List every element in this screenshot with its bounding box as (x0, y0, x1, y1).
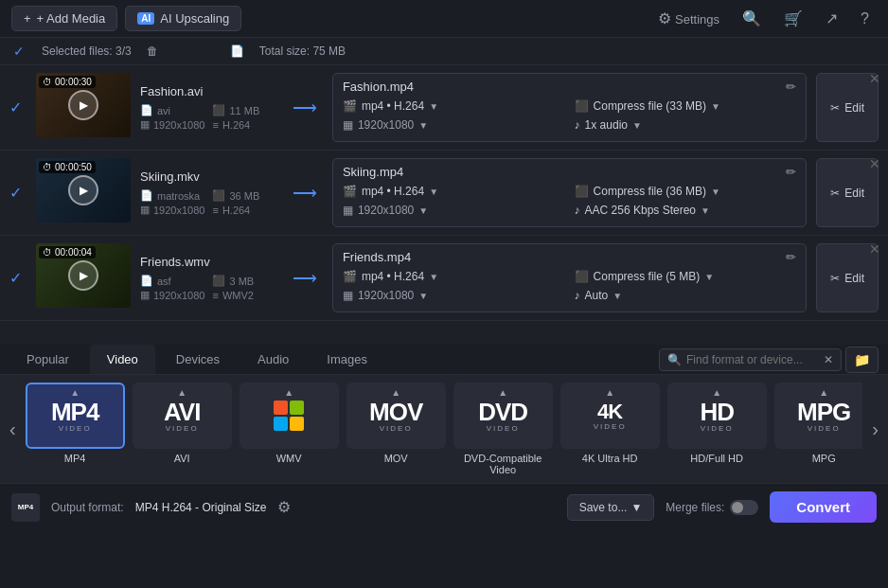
format-item-mpg[interactable]: ▲ MPG VIDEO MPG (774, 383, 863, 475)
ai-upscaling-label: AI Upscaling (160, 11, 229, 26)
format-item-mov[interactable]: ▲ MOV VIDEO MOV (346, 383, 446, 475)
file-item: ✕ ✓ ⏱ 00:00:04 ▶ Friends.wmv 📄asf ⬛3 MB … (0, 236, 888, 321)
up-arrow-0: ▲ (70, 387, 80, 398)
output-panel-2: Friends.mp4 ✏ 🎬 mp4 • H.264 ▼ ⬛ Compress… (332, 243, 807, 312)
file-item-close-0[interactable]: ✕ (869, 71, 880, 86)
select-all-checkbox[interactable]: ✓ (13, 44, 25, 59)
format-label-2: WMV (276, 453, 302, 464)
file-checkbox-0[interactable]: ✓ (9, 73, 27, 142)
mp4-icon: 🎬 (343, 99, 357, 113)
output-settings-gear[interactable]: ⚙ (277, 498, 291, 516)
res-icon: ▦ (343, 118, 353, 132)
search-button[interactable]: 🔍 (735, 6, 769, 31)
search-clear-icon[interactable]: ✕ (824, 353, 833, 366)
compress-dropdown-2[interactable]: ▼ (704, 272, 714, 282)
res-icon: ▦ (140, 204, 150, 216)
help-button[interactable]: ? (853, 7, 877, 31)
compress-dropdown-0[interactable]: ▼ (711, 101, 720, 112)
format-grid: ▲ MP4 VIDEO MP4 ▲ AVI VIDEO AVI ▲ WMV ▲ … (26, 383, 863, 475)
format-search-input[interactable] (686, 353, 819, 366)
format-item-4k-ultra-hd[interactable]: ▲ 4K VIDEO 4K Ultra HD (560, 383, 660, 475)
output-edit-icon-0[interactable]: ✏ (786, 80, 796, 94)
file-duration-2: ⏱ 00:00:04 (39, 246, 96, 258)
format-icon-box-1: ▲ AVI VIDEO (133, 383, 232, 449)
ai-upscaling-button[interactable]: AI AI Upscaling (125, 6, 241, 31)
output-panel-1: Skiing.mp4 ✏ 🎬 mp4 • H.264 ▼ ⬛ Compress … (332, 158, 807, 227)
mp4-icon: 🎬 (343, 185, 357, 198)
up-arrow-1: ▲ (177, 387, 186, 398)
file-codec-1: ≡H.264 (212, 204, 276, 216)
audio-icon: ♪ (575, 289, 580, 302)
file-name-0: Fashion.avi (140, 84, 277, 98)
file-item-close-2[interactable]: ✕ (869, 241, 880, 257)
format-tab-video[interactable]: Video (90, 345, 155, 374)
play-button-1[interactable]: ▶ (68, 175, 98, 205)
next-format-button[interactable]: › (862, 396, 888, 462)
play-button-0[interactable]: ▶ (68, 90, 98, 120)
output-row1-1: 🎬 mp4 • H.264 ▼ ⬛ Compress file (36 MB) … (343, 185, 796, 198)
codec-icon: ≡ (212, 290, 218, 301)
file-selection-bar: ✓ Selected files: 3/3 🗑 📄 Total size: 75… (0, 38, 888, 65)
convert-button[interactable]: Convert (770, 491, 877, 523)
res-icon: ▦ (140, 118, 150, 131)
format-item-mp4[interactable]: ▲ MP4 VIDEO MP4 (26, 383, 125, 475)
res-dropdown-2[interactable]: ▼ (418, 291, 428, 301)
search-icon: 🔍 (742, 10, 761, 27)
format-tab-images[interactable]: Images (310, 345, 384, 374)
compress-dropdown-1[interactable]: ▼ (711, 187, 720, 197)
audio-dropdown-2[interactable]: ▼ (613, 291, 622, 301)
settings-label: Settings (675, 12, 719, 27)
file-duration-0: ⏱ 00:00:30 (39, 76, 96, 88)
codec-icon: ≡ (212, 119, 218, 131)
cart-button[interactable]: 🛒 (776, 6, 810, 31)
scissors-icon-2: ✂ (830, 272, 840, 285)
res-dropdown-0[interactable]: ▼ (418, 120, 428, 131)
audio-dropdown-1[interactable]: ▼ (701, 205, 710, 216)
format-dropdown-2[interactable]: ▼ (429, 272, 438, 282)
file-item-close-1[interactable]: ✕ (869, 156, 880, 171)
format-text-5: 4K (597, 401, 622, 422)
format-tab-popular[interactable]: Popular (9, 345, 86, 374)
file-icon: 📄 (140, 104, 153, 116)
file-checkbox-1[interactable]: ✓ (9, 158, 27, 227)
format-item-dvd-compatible-video[interactable]: ▲ DVD VIDEO DVD-Compatible Video (453, 383, 553, 475)
output-edit-icon-2[interactable]: ✏ (786, 250, 796, 264)
format-text-4: DVD (478, 400, 527, 424)
folder-button[interactable]: 📁 (845, 347, 879, 373)
save-to-button[interactable]: Save to... ▼ (567, 494, 655, 521)
file-meta-2: 📄asf ⬛3 MB ▦1920x1080 ≡WMV2 (140, 275, 277, 301)
prev-format-button[interactable]: ‹ (0, 396, 26, 462)
output-value: MP4 H.264 - Original Size (135, 501, 267, 514)
output-row2-0: ▦ 1920x1080 ▼ ♪ 1x audio ▼ (343, 118, 796, 132)
format-icon-box-5: ▲ 4K VIDEO (560, 383, 660, 449)
add-media-button[interactable]: + + Add Media (11, 6, 117, 31)
output-header-0: Fashion.mp4 ✏ (343, 80, 796, 94)
play-button-2[interactable]: ▶ (68, 260, 98, 291)
settings-button[interactable]: ⚙ Settings (650, 6, 727, 31)
res-dropdown-1[interactable]: ▼ (418, 205, 428, 216)
format-item-wmv[interactable]: ▲ WMV (240, 383, 339, 475)
format-dropdown-0[interactable]: ▼ (429, 101, 438, 112)
windows-logo (274, 401, 304, 431)
merge-files-toggle[interactable] (730, 500, 758, 515)
format-label-1: AVI (174, 453, 190, 464)
output-edit-icon-1[interactable]: ✏ (786, 165, 796, 179)
audio-dropdown-0[interactable]: ▼ (632, 120, 642, 131)
trash-icon[interactable]: 🗑 (147, 45, 158, 58)
output-label: Output format: (51, 501, 124, 514)
file-size-2: ⬛3 MB (212, 275, 276, 287)
search-icon: 🔍 (667, 353, 682, 366)
output-format-icon: MP4 (11, 493, 40, 522)
file-meta-0: 📄avi ⬛11 MB ▦1920x1080 ≡H.264 (140, 104, 277, 131)
format-tab-audio[interactable]: Audio (240, 345, 306, 374)
file-resolution-0: ▦1920x1080 (140, 118, 204, 131)
file-thumbnail-2: ⏱ 00:00:04 ▶ (36, 243, 131, 308)
format-dropdown-1[interactable]: ▼ (429, 187, 438, 197)
format-item-avi[interactable]: ▲ AVI VIDEO AVI (133, 383, 232, 475)
format-tab-devices[interactable]: Devices (159, 345, 237, 374)
file-checkbox-2[interactable]: ✓ (9, 243, 27, 312)
format-item-hd/full-hd[interactable]: ▲ HD VIDEO HD/Full HD (667, 383, 767, 475)
share-button[interactable]: ↗ (818, 6, 845, 31)
output-filename-1: Skiing.mp4 (343, 165, 403, 179)
format-sub-5: VIDEO (594, 422, 627, 431)
